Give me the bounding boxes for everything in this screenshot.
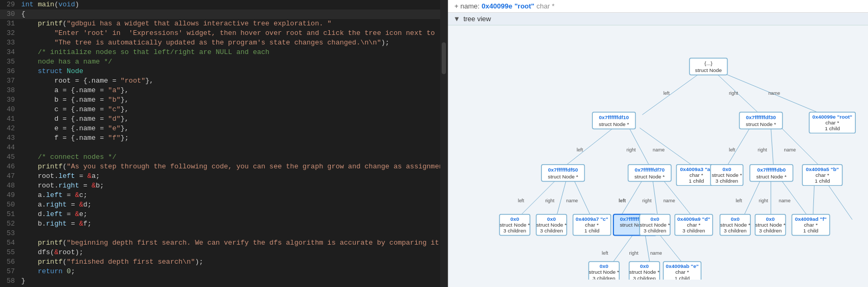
svg-text:0x4009ab "e": 0x4009ab "e" [666, 263, 699, 269]
svg-text:3 children: 3 children [724, 228, 747, 234]
svg-text:0x7ffffffdb0: 0x7ffffffdb0 [757, 167, 786, 173]
svg-text:struct Node: struct Node [695, 67, 722, 73]
svg-text:{...}: {...} [705, 60, 713, 66]
tree-node-l3-c0b[interactable]: 0x0 struct Node * 3 children [536, 214, 566, 236]
svg-text:0x0: 0x0 [766, 216, 775, 222]
edge-label-l4-right: right [629, 250, 639, 256]
line-41: 41 d = {.name = "d"}, [0, 114, 440, 124]
tree-node-l3-c0a[interactable]: 0x0 struct Node * 3 children [499, 214, 530, 236]
svg-text:1 child: 1 child [825, 125, 840, 131]
tree-node-l3-f-name[interactable]: 0x4009ad "f" char * 1 child [792, 214, 829, 236]
line-31: 31 printf("gdbgui has a widget that allo… [0, 19, 440, 29]
name-type: char * [537, 2, 555, 10]
svg-text:struct Node *: struct Node * [548, 174, 578, 180]
svg-text:0x0: 0x0 [547, 216, 556, 222]
svg-text:0x4009a9 "d": 0x4009a9 "d" [677, 216, 710, 222]
tree-section-header[interactable]: ▼ tree view [448, 13, 868, 25]
line-36: 36 struct Node [0, 67, 440, 76]
tree-node-l2-r0[interactable]: 0x0 struct Node * 3 children [711, 165, 743, 186]
tree-node-l4-e0a[interactable]: 0x0 struct Node * 3 children [589, 262, 619, 280]
svg-text:1 child: 1 child [689, 178, 704, 184]
tree-node-l1-left[interactable]: 0x7ffffffdf10 struct Node * [592, 112, 635, 129]
edge-label-l2-right: right [627, 147, 636, 153]
svg-line-7 [771, 128, 774, 167]
tree-node-l3-r0a[interactable]: 0x0 struct Node * 3 children [720, 214, 750, 236]
edge-label-l3a-right: right [545, 198, 555, 203]
svg-text:0x0: 0x0 [651, 216, 660, 222]
tree-node-l3-d-name[interactable]: 0x4009a9 "d" char * 3 children [675, 214, 713, 236]
svg-text:0x0: 0x0 [722, 166, 731, 172]
svg-text:1 child: 1 child [803, 228, 819, 234]
svg-line-19 [825, 180, 852, 219]
line-29: 29 int main(void) [0, 0, 440, 10]
svg-text:0x0: 0x0 [640, 263, 649, 269]
line-57: 57 return 0; [0, 267, 440, 276]
svg-line-15 [742, 180, 760, 219]
svg-line-18 [813, 180, 814, 219]
line-46: 46 printf("As you step through the follo… [0, 162, 440, 172]
svg-line-0 [642, 74, 699, 115]
tree-node-l4-e-name[interactable]: 0x4009ab "e" char * 1 child [663, 262, 701, 280]
svg-text:struct Node *: struct Node * [635, 174, 665, 180]
svg-line-20 [611, 232, 635, 265]
edge-label-l3b-right: right [642, 198, 652, 203]
tree-node-l3-d0[interactable]: 0x0 struct Node * 3 children [639, 214, 670, 236]
svg-text:3 children: 3 children [593, 275, 616, 280]
svg-text:0x7ffffffdf10: 0x7ffffffdf10 [599, 114, 629, 120]
tree-node-l3-r0b[interactable]: 0x0 struct Node * 3 children [755, 214, 785, 236]
svg-line-3 [564, 128, 613, 167]
line-50: 50 a.right = &d; [0, 200, 440, 210]
svg-text:0x7ffffffdf70: 0x7ffffffdf70 [635, 167, 665, 173]
svg-line-10 [556, 180, 566, 219]
line-32: 32 "Enter 'root' in 'Expressions' widget… [0, 29, 440, 38]
tree-node-l2-l70[interactable]: 0x7ffffffdf70 struct Node * [628, 165, 671, 182]
svg-text:3 children: 3 children [503, 228, 526, 234]
svg-text:struct Node *: struct Node * [589, 269, 619, 275]
edge-label-l2-left: left [577, 147, 583, 153]
edge-label-l3b-left: left [619, 198, 626, 203]
line-49: 49 a.left = &c; [0, 191, 440, 200]
svg-text:3 children: 3 children [715, 178, 738, 184]
svg-text:0x0: 0x0 [600, 263, 609, 269]
svg-text:char *: char * [585, 222, 599, 228]
line-52: 52 b.right = &f; [0, 219, 440, 229]
svg-text:1 child: 1 child [815, 178, 830, 184]
edge-label-l2-name: name [653, 147, 664, 153]
line-48: 48 root.right = &b; [0, 181, 440, 191]
line-51: 51 d.left = &e; [0, 210, 440, 219]
tree-node-l2-rb0[interactable]: 0x7ffffffdb0 struct Node * [750, 165, 793, 182]
tree-section-label: tree view [463, 15, 491, 23]
edge-label-r3a-right: right [759, 198, 768, 203]
tree-node-l2-l50[interactable]: 0x7ffffffdf50 struct Node * [541, 165, 584, 182]
svg-text:char *: char * [676, 269, 689, 275]
tree-node-l4-e0b[interactable]: 0x0 struct Node * 3 children [629, 262, 660, 280]
edge-label-right: right [729, 91, 739, 96]
svg-text:0x0: 0x0 [731, 216, 740, 222]
tree-node-l1-name[interactable]: 0x40099e "root" char * 1 child [809, 112, 855, 133]
svg-text:3 children: 3 children [540, 228, 563, 234]
edge-label-l3a-left: left [518, 198, 524, 203]
line-58: 58 } [0, 276, 440, 286]
tree-canvas[interactable]: left right name left right name left rig… [448, 25, 868, 287]
line-47: 47 root.left = &a; [0, 172, 440, 181]
svg-text:struct Node *: struct Node * [720, 222, 750, 228]
svg-text:struct Node *: struct Node * [756, 174, 786, 180]
tree-node-l1-right[interactable]: 0x7ffffffdf30 struct Node * [739, 112, 782, 129]
svg-line-1 [717, 74, 760, 115]
tree-node-l3-c-name[interactable]: 0x4009a7 "c" char * 1 child [573, 214, 611, 236]
scrollbar-thumb[interactable] [442, 42, 446, 74]
line-42: 42 e = {.name = "e"}, [0, 124, 440, 133]
line-30: 30 { [0, 10, 440, 19]
svg-text:0x4009a5 "b": 0x4009a5 "b" [806, 166, 839, 172]
svg-text:3 children: 3 children [644, 228, 667, 234]
line-54: 54 printf("beginning depth first search.… [0, 238, 440, 248]
svg-text:0x4009a3 "a": 0x4009a3 "a" [680, 166, 713, 172]
svg-text:char *: char * [816, 172, 829, 178]
editor-scrollbar[interactable] [440, 0, 448, 287]
tree-node-l2-b[interactable]: 0x4009a5 "b" char * 1 child [802, 165, 842, 186]
name-addr: 0x40099e [481, 2, 512, 10]
svg-text:char *: char * [804, 222, 818, 228]
line-45: 45 /* connect nodes */ [0, 153, 440, 162]
svg-text:3 children: 3 children [633, 275, 656, 280]
tree-node-root[interactable]: {...} struct Node [689, 58, 727, 75]
